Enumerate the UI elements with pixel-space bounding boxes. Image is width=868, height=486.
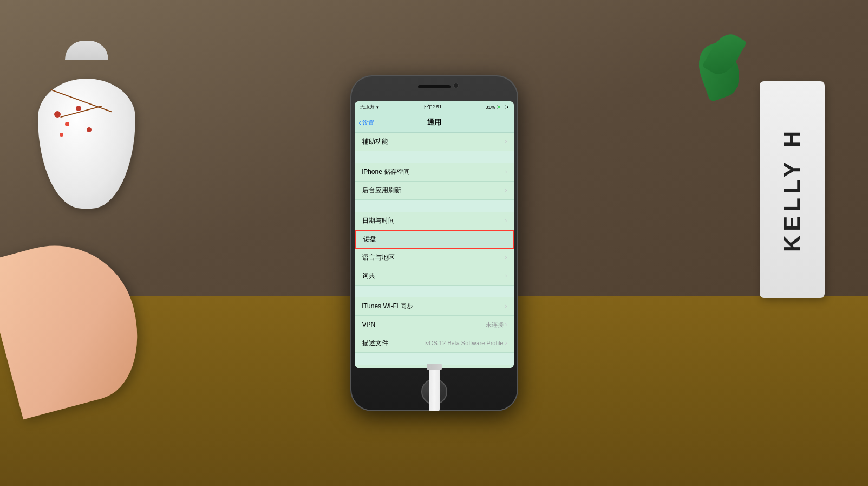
vase-neck — [65, 41, 108, 60]
page-title: 通用 — [427, 118, 441, 127]
chevron-icon: › — [505, 138, 507, 145]
battery-tip — [507, 106, 508, 108]
settings-item-keyboard[interactable]: 键盘 — [355, 230, 514, 249]
item-label: 辅助功能 — [362, 137, 388, 146]
item-label: 键盘 — [363, 235, 376, 244]
settings-item-datetime[interactable]: 日期与时间 › — [355, 212, 514, 230]
lightning-cable — [429, 368, 440, 411]
chevron-icon: › — [505, 186, 507, 194]
vpn-status: 未连接 — [486, 321, 504, 329]
chevron-icon: › — [505, 168, 507, 176]
section-gap — [355, 200, 514, 212]
status-bar: 无服务 ▾ 下午2:51 31% — [355, 101, 514, 113]
branch — [60, 106, 102, 118]
section-gap — [355, 286, 514, 297]
signal-text: 无服务 — [360, 103, 375, 111]
chevron-icon: › — [505, 321, 507, 328]
item-label: 语言与地区 — [362, 253, 395, 262]
settings-item-accessibility[interactable]: 辅助功能 › — [355, 133, 514, 151]
phone-speaker — [418, 85, 451, 88]
section-gap — [355, 151, 514, 163]
vase-body — [38, 79, 135, 209]
item-label: iPhone 储存空间 — [362, 167, 410, 177]
phone-screen: 无服务 ▾ 下午2:51 31% ‹ — [355, 101, 514, 368]
status-left: 无服务 ▾ — [360, 103, 379, 111]
back-button[interactable]: ‹ 设置 — [359, 118, 375, 127]
settings-item-itunes-wifi[interactable]: iTunes Wi-Fi 同步 › — [355, 297, 514, 316]
section-gap — [355, 353, 514, 365]
kelly-label-text: KELLY H — [779, 127, 805, 252]
item-label: iTunes Wi-Fi 同步 — [362, 302, 413, 311]
battery-indicator — [497, 105, 508, 109]
chevron-icon: › — [505, 339, 507, 347]
chevron-icon: › — [505, 272, 507, 280]
back-label: 设置 — [362, 119, 374, 127]
settings-item-background-refresh[interactable]: 后台应用刷新 › — [355, 182, 514, 200]
decorative-vase — [32, 43, 141, 195]
profile-value: tvOS 12 Beta Software Profile — [424, 340, 503, 346]
battery-fill — [498, 106, 500, 108]
item-label: 词典 — [362, 271, 375, 281]
settings-item-storage[interactable]: iPhone 储存空间 › — [355, 163, 514, 182]
phone-camera — [453, 83, 459, 88]
blossom-decoration — [76, 106, 81, 111]
status-right: 31% — [485, 105, 508, 110]
item-label: 后台应用刷新 — [362, 186, 401, 195]
item-value: tvOS 12 Beta Software Profile › — [424, 339, 507, 347]
blossom-decoration — [65, 122, 69, 126]
back-chevron-icon: ‹ — [359, 118, 362, 127]
cable-connector — [427, 364, 442, 370]
item-value: 未连接 › — [486, 321, 507, 329]
settings-list: 辅助功能 › iPhone 储存空间 › 后台应用刷新 › 日期与时间 — [355, 133, 514, 368]
chevron-icon: › — [505, 302, 507, 310]
settings-item-dictionary[interactable]: 词典 › — [355, 267, 514, 286]
item-label: 日期与时间 — [362, 216, 395, 225]
item-label: VPN — [362, 321, 376, 328]
settings-item-language[interactable]: 语言与地区 › — [355, 249, 514, 267]
blossom-decoration — [60, 133, 63, 137]
settings-item-profile[interactable]: 描述文件 tvOS 12 Beta Software Profile › — [355, 334, 514, 353]
wifi-icon: ▾ — [376, 105, 379, 110]
chevron-icon: › — [505, 217, 507, 224]
settings-item-vpn[interactable]: VPN 未连接 › — [355, 316, 514, 334]
status-time: 下午2:51 — [422, 103, 442, 111]
plant-decoration — [695, 33, 749, 114]
battery-body — [497, 105, 506, 109]
kelly-label-container: KELLY H — [760, 81, 825, 298]
branch — [50, 89, 112, 113]
item-label: 描述文件 — [362, 339, 388, 348]
chevron-icon: › — [505, 254, 507, 261]
phone-frame: 无服务 ▾ 下午2:51 31% ‹ — [350, 75, 518, 411]
iphone-device: 无服务 ▾ 下午2:51 31% ‹ — [350, 75, 518, 411]
blossom-decoration — [87, 127, 92, 132]
battery-percent: 31% — [485, 105, 495, 110]
navigation-bar: ‹ 设置 通用 — [355, 113, 514, 133]
